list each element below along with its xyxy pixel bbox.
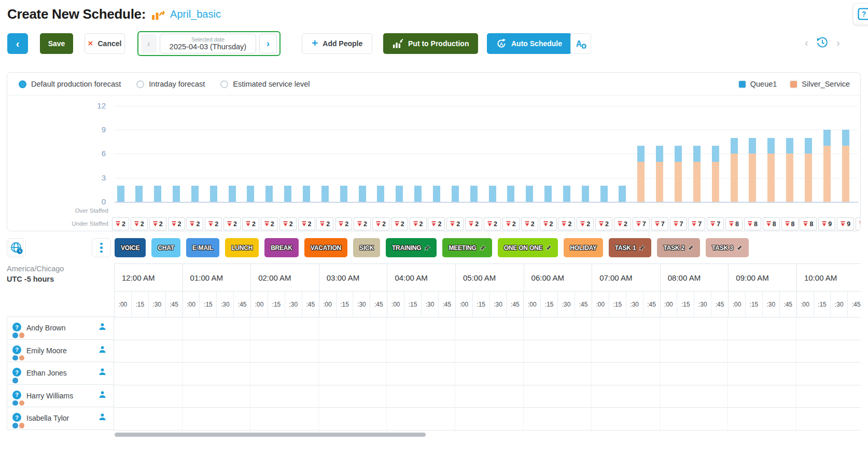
bar-silver-service	[861, 146, 861, 202]
understaffed-arrow-icon	[339, 221, 343, 227]
bar-queue1	[767, 138, 775, 154]
employee-person-button[interactable]	[99, 368, 106, 378]
employee-name: Andy Brown	[26, 324, 65, 332]
schedule-row-andy-brown[interactable]	[114, 317, 861, 340]
bar-silver-service	[637, 162, 645, 202]
activity-button-e-mail[interactable]: E-MAIL	[186, 238, 219, 257]
quarter-label: :15	[750, 301, 759, 308]
under-staffed-value: 2	[512, 220, 516, 228]
forecast-option-default-production-forecast[interactable]: Default production forecast	[19, 80, 121, 88]
schedule-row-isabella-tylor[interactable]	[114, 408, 861, 431]
bar-queue1	[544, 186, 552, 202]
selected-date-field[interactable]: Selected date 2025-04-03 (Thursday)	[160, 34, 256, 53]
activity-label: LUNCH	[231, 244, 253, 252]
bar-silver-service	[712, 162, 719, 202]
cancel-button[interactable]: × Cancel	[85, 33, 125, 54]
activity-button-meeting[interactable]: MEETING	[442, 238, 492, 257]
legend-swatch	[790, 81, 797, 88]
legend-item-silver-service[interactable]: Silver_Service	[790, 80, 850, 88]
understaffed-arrow-icon	[599, 221, 604, 227]
understaffed-arrow-icon	[841, 221, 845, 227]
queue-dot-blue	[12, 400, 18, 406]
schedule-settings-button[interactable]: A	[570, 33, 591, 54]
employee-person-button[interactable]	[99, 323, 106, 333]
employee-person-button[interactable]	[99, 345, 106, 355]
bar-queue1	[191, 186, 199, 202]
legend-item-queue1[interactable]: Queue1	[739, 80, 777, 88]
add-people-button[interactable]: + Add People	[302, 33, 372, 54]
activity-button-task-3[interactable]: TASK 3	[706, 238, 749, 257]
schedule-row-harry-williams[interactable]	[114, 385, 861, 408]
under-staffed-cell: 7	[670, 217, 687, 230]
activity-button-voice[interactable]: VOICE	[115, 238, 146, 257]
queue-dot-orange	[19, 333, 25, 338]
under-staffed-cell: 2	[372, 217, 389, 230]
bar-queue1	[656, 146, 663, 162]
next-date-button[interactable]: ›	[259, 34, 277, 53]
auto-schedule-button[interactable]: A Auto Schedule	[487, 33, 571, 54]
employee-person-button[interactable]	[99, 391, 106, 400]
under-staffed-value: 7	[661, 220, 665, 228]
previous-date-button[interactable]: ‹	[141, 34, 157, 53]
quarter-header: :30	[831, 292, 848, 317]
activity-label: ONE ON ONE	[504, 244, 543, 252]
activity-button-training[interactable]: TRAINING	[386, 238, 437, 257]
radio-icon	[19, 80, 26, 88]
employee-name: Harry Williams	[26, 392, 73, 400]
back-chevron-icon: ‹	[16, 38, 20, 50]
understaffed-arrow-icon	[283, 221, 288, 227]
under-staffed-cell: 7	[707, 217, 724, 230]
under-staffed-value: 2	[419, 220, 423, 228]
activity-button-vacation[interactable]: VACATION	[304, 238, 347, 257]
activity-label: TASK 3	[712, 244, 733, 252]
activity-button-lunch[interactable]: LUNCH	[225, 238, 259, 257]
back-button[interactable]: ‹	[7, 33, 28, 54]
activity-button-break[interactable]: BREAK	[264, 238, 299, 257]
employee-row-andy-brown[interactable]: ?Andy Brown	[7, 317, 114, 340]
employee-person-button[interactable]	[99, 413, 106, 423]
forecast-option-estimated-service-level[interactable]: Estimated service level	[220, 80, 310, 88]
date-selector: ‹ Selected date 2025-04-03 (Thursday) ›	[137, 31, 281, 56]
quarter-header: :45	[439, 292, 456, 317]
activity-button-task-1[interactable]: TASK 1	[609, 238, 652, 257]
activity-button-chat[interactable]: CHAT	[151, 238, 180, 257]
quarter-label: :15	[818, 301, 827, 308]
horizontal-scrollbar[interactable]	[115, 433, 426, 437]
help-button[interactable]: ?	[853, 3, 868, 25]
employee-queue-dots	[12, 400, 24, 406]
hour-label: 10:00 AM	[804, 273, 837, 282]
redo-chevron[interactable]: ›	[836, 36, 840, 49]
activity-button-holiday[interactable]: HOLIDAY	[564, 238, 603, 257]
under-staffed-cell: 2	[391, 217, 408, 230]
employee-row-isabella-tylor[interactable]: ?Isabella Tylor	[7, 407, 114, 430]
queue-dot-blue	[12, 423, 18, 428]
bar-queue1	[135, 186, 143, 202]
activity-button-sick[interactable]: SICK	[353, 238, 380, 257]
understaffed-arrow-icon	[655, 221, 660, 227]
schedule-row-ethan-jones[interactable]	[114, 363, 861, 385]
bar-queue1	[731, 138, 738, 154]
save-button[interactable]: Save	[40, 33, 73, 54]
under-staffed-value: 2	[345, 220, 348, 228]
put-to-production-button[interactable]: Put to Production	[383, 33, 478, 54]
pin-icon	[736, 245, 743, 251]
quarter-label: :15	[409, 301, 417, 308]
under-staffed-label: Under Staffed	[10, 220, 108, 227]
schedule-name[interactable]: April_basic	[170, 8, 221, 20]
quarter-label: :00	[801, 301, 809, 308]
schedule-row-emily-moore[interactable]	[114, 340, 861, 363]
activity-button-task-2[interactable]: TASK 2	[657, 238, 700, 257]
employee-row-harry-williams[interactable]: ?Harry Williams	[7, 385, 114, 408]
history-clock-icon[interactable]	[816, 36, 829, 49]
schedule-menu-button[interactable]	[92, 238, 111, 257]
timezone-button[interactable]	[7, 238, 26, 257]
bar-queue1	[842, 130, 849, 146]
activity-button-one-on-one[interactable]: ONE ON ONE	[498, 238, 558, 257]
undo-chevron[interactable]: ‹	[805, 36, 808, 49]
bar-silver-service	[786, 154, 793, 202]
understaffed-arrow-icon	[674, 221, 678, 227]
forecast-option-intraday-forecast[interactable]: Intraday forecast	[136, 80, 205, 88]
employee-row-emily-moore[interactable]: ?Emily Moore	[7, 340, 114, 363]
gridline-6	[115, 154, 858, 154]
employee-row-ethan-jones[interactable]: ?Ethan Jones	[7, 362, 114, 385]
